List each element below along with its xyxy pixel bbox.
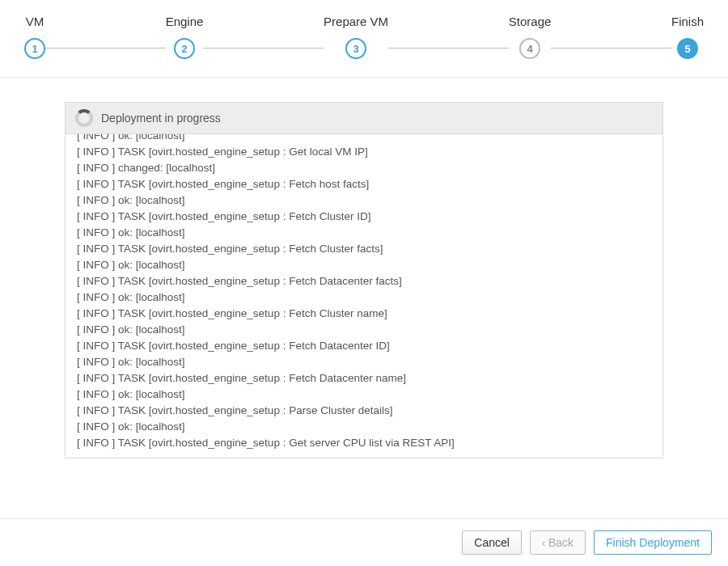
back-button-label: Back xyxy=(548,536,574,549)
chevron-left-icon: ‹ xyxy=(542,538,545,549)
wizard-step-label: Prepare VM xyxy=(324,15,388,28)
wizard-steps: VM 1 Engine 2 Prepare VM 3 Storage 4 Fin… xyxy=(0,0,728,78)
log-line: [ INFO ] TASK [ovirt.hosted_engine_setup… xyxy=(77,176,651,192)
log-line: [ INFO ] ok: [localhost] xyxy=(77,386,651,403)
content-area: Deployment in progress [ INFO ] ok: [loc… xyxy=(0,78,728,458)
log-line: [ INFO ] TASK [ovirt.hosted_engine_setup… xyxy=(77,370,651,386)
log-line: [ INFO ] TASK [ovirt.hosted_engine_setup… xyxy=(77,306,651,322)
wizard-step-circle: 3 xyxy=(345,38,366,59)
log-line: [ INFO ] ok: [localhost] xyxy=(77,354,651,370)
log-line: [ INFO ] ok: [localhost] xyxy=(77,257,651,273)
wizard-step-engine[interactable]: Engine 2 xyxy=(166,15,204,59)
spinner-icon xyxy=(75,109,93,127)
wizard-step-finish[interactable]: Finish 5 xyxy=(671,15,704,59)
wizard-step-vm[interactable]: VM 1 xyxy=(24,15,45,59)
wizard-connector xyxy=(388,48,509,49)
log-line: [ INFO ] ok: [localhost] xyxy=(77,134,651,144)
wizard-step-label: Engine xyxy=(166,15,204,28)
log-line: [ INFO ] TASK [ovirt.hosted_engine_setup… xyxy=(77,435,651,451)
log-line: [ INFO ] TASK [ovirt.hosted_engine_setup… xyxy=(77,144,651,160)
wizard-connector xyxy=(203,48,324,49)
log-line: [ INFO ] TASK [ovirt.hosted_engine_setup… xyxy=(77,241,651,257)
wizard-step-storage[interactable]: Storage 4 xyxy=(509,15,552,59)
finish-deployment-button[interactable]: Finish Deployment xyxy=(594,530,712,555)
cancel-button[interactable]: Cancel xyxy=(462,530,522,555)
log-line: [ INFO ] ok: [localhost] xyxy=(77,192,651,209)
status-panel: Deployment in progress [ INFO ] ok: [loc… xyxy=(65,102,663,458)
log-line: [ INFO ] TASK [ovirt.hosted_engine_setup… xyxy=(77,273,651,289)
log-line: [ INFO ] ok: [localhost] xyxy=(77,419,651,435)
log-line: [ INFO ] changed: [localhost] xyxy=(77,160,651,176)
status-message: Deployment in progress xyxy=(101,112,221,125)
wizard-step-circle: 2 xyxy=(174,38,195,59)
log-line: [ INFO ] ok: [localhost] xyxy=(77,322,651,338)
status-header: Deployment in progress xyxy=(66,103,662,134)
log-line: [ INFO ] ok: [localhost] xyxy=(77,289,651,306)
log-output[interactable]: [ INFO ] ok: [localhost][ INFO ] TASK [o… xyxy=(66,134,662,458)
wizard-connector xyxy=(45,48,166,49)
wizard-step-circle: 5 xyxy=(677,38,698,59)
log-line: [ INFO ] TASK [ovirt.hosted_engine_setup… xyxy=(77,209,651,225)
wizard-step-circle: 4 xyxy=(519,38,540,59)
wizard-step-label: Finish xyxy=(671,15,704,28)
log-line: [ INFO ] TASK [ovirt.hosted_engine_setup… xyxy=(77,338,651,354)
wizard-step-label: VM xyxy=(26,15,44,28)
back-button[interactable]: ‹Back xyxy=(530,530,586,555)
log-line: [ INFO ] TASK [ovirt.hosted_engine_setup… xyxy=(77,403,651,419)
wizard-step-circle: 1 xyxy=(24,38,45,59)
wizard-step-label: Storage xyxy=(509,15,552,28)
wizard-step-prepare-vm[interactable]: Prepare VM 3 xyxy=(324,15,388,59)
footer-actions: Cancel ‹Back Finish Deployment xyxy=(0,518,728,566)
log-line: [ INFO ] ok: [localhost] xyxy=(77,225,651,241)
wizard-connector xyxy=(551,48,671,49)
